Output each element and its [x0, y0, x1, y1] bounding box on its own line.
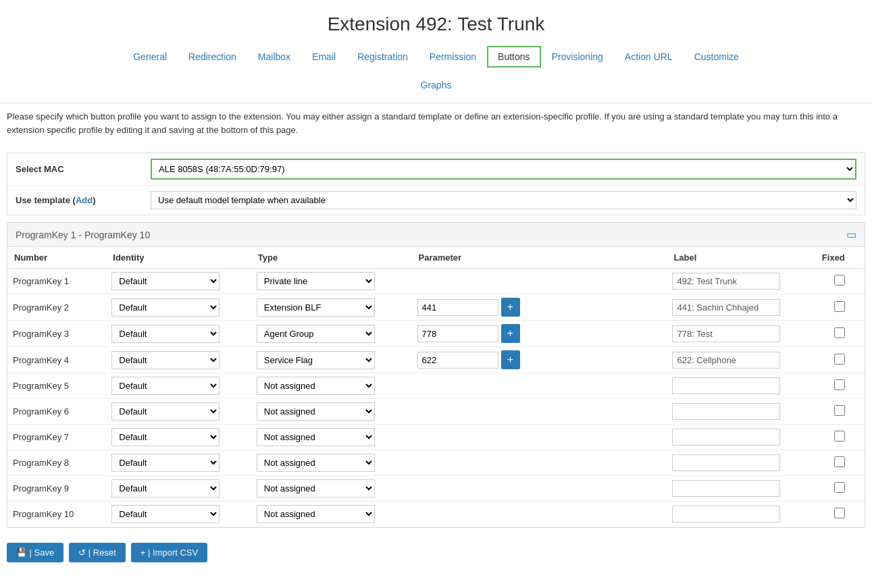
- programkey-number: ProgramKey 5: [7, 373, 106, 399]
- select-mac-control: ALE 8058S (48:7A:55:0D:79:97): [151, 159, 856, 180]
- type-select[interactable]: Not assigned: [257, 479, 375, 498]
- reset-button[interactable]: ↺ | Reset: [69, 543, 126, 562]
- identity-cell: Default: [106, 321, 251, 347]
- label-cell: [667, 347, 815, 373]
- type-select[interactable]: Agent Group: [257, 325, 375, 343]
- identity-select[interactable]: Default: [111, 479, 220, 498]
- tab-mailbox[interactable]: Mailbox: [247, 46, 301, 68]
- table-row: ProgramKey 4DefaultService Flag+: [7, 347, 865, 373]
- import-csv-button[interactable]: + | Import CSV: [131, 543, 207, 562]
- label-cell: [667, 502, 815, 527]
- type-select[interactable]: Not assigned: [257, 377, 375, 395]
- tab-action-url[interactable]: Action URL: [614, 46, 684, 68]
- param-input[interactable]: [417, 299, 498, 316]
- tab-buttons[interactable]: Buttons: [487, 46, 540, 68]
- param-plus-button[interactable]: +: [501, 350, 520, 369]
- mac-select[interactable]: ALE 8058S (48:7A:55:0D:79:97): [151, 159, 856, 180]
- label-input[interactable]: [672, 506, 780, 523]
- type-select[interactable]: Private line: [257, 272, 375, 290]
- type-select[interactable]: Service Flag: [257, 351, 375, 369]
- label-input[interactable]: [672, 299, 780, 316]
- identity-cell: Default: [106, 476, 251, 502]
- table-row: ProgramKey 6DefaultNot assigned: [7, 399, 865, 425]
- table-row: ProgramKey 8DefaultNot assigned: [7, 450, 865, 476]
- identity-cell: Default: [106, 269, 251, 294]
- tab-redirection[interactable]: Redirection: [178, 46, 247, 68]
- fixed-checkbox[interactable]: [834, 301, 845, 312]
- template-select[interactable]: Use default model template when availabl…: [151, 191, 856, 209]
- tab-customize[interactable]: Customize: [684, 46, 750, 68]
- tab-graphs[interactable]: Graphs: [410, 74, 463, 96]
- fixed-checkbox[interactable]: [834, 456, 845, 467]
- type-select[interactable]: Not assigned: [257, 454, 375, 472]
- label-input[interactable]: [672, 480, 780, 497]
- identity-select[interactable]: Default: [111, 428, 220, 446]
- label-input[interactable]: [672, 454, 780, 471]
- fixed-checkbox[interactable]: [834, 327, 845, 338]
- label-input[interactable]: [672, 403, 780, 420]
- param-plus-button[interactable]: +: [501, 298, 520, 317]
- fixed-checkbox[interactable]: [834, 508, 845, 518]
- tab-provisioning[interactable]: Provisioning: [541, 46, 614, 68]
- tab-email[interactable]: Email: [301, 46, 347, 68]
- programkey-table: Number Identity Type Parameter Label Fix…: [7, 247, 865, 527]
- programkey-section: ProgramKey 1 - ProgramKey 10 ▭ Number Id…: [7, 222, 865, 528]
- type-cell: Not assigned: [251, 502, 412, 527]
- identity-cell: Default: [106, 373, 251, 399]
- fixed-cell: [815, 373, 865, 399]
- identity-select[interactable]: Default: [111, 272, 220, 290]
- label-cell: [667, 450, 815, 476]
- label-input[interactable]: [672, 352, 780, 369]
- label-cell: [667, 399, 815, 425]
- tab-general[interactable]: General: [122, 46, 178, 68]
- col-number: Number: [7, 247, 106, 269]
- identity-select[interactable]: Default: [111, 454, 220, 472]
- param-input[interactable]: [417, 325, 498, 342]
- label-input[interactable]: [672, 273, 780, 290]
- use-template-label: Use template (Add): [16, 195, 151, 205]
- parameter-cell: [412, 476, 667, 502]
- select-mac-row: Select MAC ALE 8058S (48:7A:55:0D:79:97): [7, 153, 865, 186]
- tab-registration[interactable]: Registration: [347, 46, 419, 68]
- type-select[interactable]: Not assigned: [257, 402, 375, 421]
- identity-select[interactable]: Default: [111, 351, 220, 369]
- identity-select[interactable]: Default: [111, 402, 220, 421]
- table-row: ProgramKey 5DefaultNot assigned: [7, 373, 865, 399]
- type-cell: Not assigned: [251, 425, 412, 450]
- tab-permission[interactable]: Permission: [419, 46, 487, 68]
- type-select[interactable]: Not assigned: [257, 505, 375, 523]
- fixed-checkbox[interactable]: [834, 431, 845, 442]
- programkey-number: ProgramKey 4: [7, 347, 106, 373]
- param-input-group: +: [417, 350, 662, 369]
- fixed-cell: [815, 502, 865, 527]
- fixed-checkbox[interactable]: [834, 275, 845, 286]
- type-cell: Extension BLF: [251, 294, 412, 321]
- label-input[interactable]: [672, 429, 780, 446]
- fixed-checkbox[interactable]: [834, 482, 845, 493]
- label-input[interactable]: [672, 377, 780, 394]
- add-template-link[interactable]: Add: [76, 195, 93, 205]
- identity-select[interactable]: Default: [111, 298, 220, 317]
- identity-select[interactable]: Default: [111, 505, 220, 523]
- type-select[interactable]: Extension BLF: [257, 298, 375, 317]
- identity-select[interactable]: Default: [111, 377, 220, 395]
- identity-select[interactable]: Default: [111, 325, 220, 343]
- footer-buttons: 💾 | Save ↺ | Reset + | Import CSV: [0, 535, 872, 570]
- label-cell: [667, 425, 815, 450]
- identity-cell: Default: [106, 425, 251, 450]
- fixed-cell: [815, 294, 865, 321]
- save-button[interactable]: 💾 | Save: [7, 543, 63, 562]
- param-plus-button[interactable]: +: [501, 324, 520, 343]
- type-cell: Not assigned: [251, 373, 412, 399]
- param-input[interactable]: [417, 352, 498, 369]
- fixed-checkbox[interactable]: [834, 379, 845, 390]
- identity-cell: Default: [106, 450, 251, 476]
- fixed-checkbox[interactable]: [834, 405, 845, 416]
- table-row: ProgramKey 9DefaultNot assigned: [7, 476, 865, 502]
- use-template-control: Use default model template when availabl…: [151, 191, 856, 209]
- type-select[interactable]: Not assigned: [257, 428, 375, 446]
- col-identity: Identity: [106, 247, 251, 269]
- label-input[interactable]: [672, 325, 780, 342]
- fixed-checkbox[interactable]: [834, 354, 845, 365]
- fixed-cell: [815, 399, 865, 425]
